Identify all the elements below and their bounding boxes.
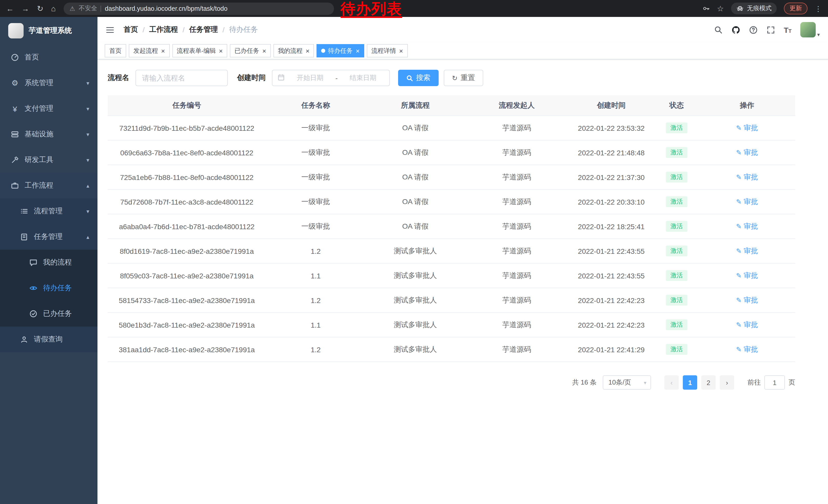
approve-link[interactable]: ✎审批 <box>736 197 758 207</box>
tab-label: 我的流程 <box>278 46 303 55</box>
create-time: 2022-01-21 22:41:29 <box>569 345 654 354</box>
start-date-placeholder: 开始日期 <box>289 73 331 83</box>
total-count: 共 16 条 <box>572 378 596 387</box>
breadcrumb-home[interactable]: 首页 <box>124 25 138 34</box>
prev-page-button[interactable]: ‹ <box>664 375 679 390</box>
page-button-2[interactable]: 2 <box>701 375 716 390</box>
task-id: 8f0d1619-7ac8-11ec-a9e2-a2380e71991a <box>108 247 266 255</box>
user-avatar[interactable]: ▾ <box>800 22 820 37</box>
task-id: 75d72608-7b7f-11ec-a3c8-acde48001122 <box>108 198 266 206</box>
breadcrumb-workflow[interactable]: 工作流程 <box>149 25 178 34</box>
forward-icon[interactable]: → <box>22 5 29 12</box>
caret-down-icon: ▾ <box>817 32 820 37</box>
help-icon[interactable] <box>749 26 757 34</box>
approve-link[interactable]: ✎审批 <box>736 345 758 354</box>
sidebar-item-label: 请假查询 <box>34 335 63 344</box>
action-cell: ✎审批 <box>699 123 795 133</box>
incognito-badge[interactable]: 无痕模式 <box>731 3 777 14</box>
key-icon[interactable] <box>702 5 710 12</box>
column-header-task-name: 任务名称 <box>266 101 366 110</box>
tab-close-icon[interactable]: × <box>262 47 266 54</box>
approve-link[interactable]: ✎审批 <box>736 148 758 157</box>
fullscreen-icon[interactable] <box>766 26 775 34</box>
page-size-select[interactable]: 10条/页 ▾ <box>603 375 651 390</box>
table-row: 8f059c03-7ac8-11ec-a9e2-a2380e71991a1.1测… <box>108 264 795 288</box>
approve-link[interactable]: ✎审批 <box>736 173 758 182</box>
tab-close-icon[interactable]: × <box>219 47 223 54</box>
github-icon[interactable] <box>731 26 740 34</box>
sidebar-item-process-mgmt[interactable]: 流程管理 ▾ <box>0 198 97 224</box>
process-name-input[interactable] <box>135 70 228 86</box>
sidebar-item-infra[interactable]: 基础设施 ▾ <box>0 122 97 147</box>
bookmark-star-icon[interactable]: ☆ <box>717 5 724 12</box>
tab-4[interactable]: 我的流程× <box>274 44 314 57</box>
sidebar-item-workflow[interactable]: 工作流程 ▴ <box>0 173 97 198</box>
approve-link[interactable]: ✎审批 <box>736 222 758 231</box>
goto-page-input[interactable] <box>764 375 785 390</box>
tab-close-icon[interactable]: × <box>399 47 403 54</box>
warning-icon: ⚠ <box>70 5 75 12</box>
sidebar-item-leave-query[interactable]: 请假查询 <box>0 327 97 352</box>
font-size-icon[interactable]: TT <box>784 26 792 34</box>
approve-link[interactable]: ✎审批 <box>736 295 758 305</box>
breadcrumb-separator: / <box>223 26 225 34</box>
approve-link[interactable]: ✎审批 <box>736 123 758 133</box>
reset-button[interactable]: ↻ 重置 <box>444 70 483 86</box>
person-icon <box>19 335 29 343</box>
sidebar-item-system[interactable]: ⚙ 系统管理 ▾ <box>0 70 97 96</box>
search-icon[interactable] <box>714 26 722 34</box>
sidebar-item-label: 我的流程 <box>43 258 72 267</box>
sidebar-item-home[interactable]: 首页 <box>0 45 97 70</box>
sidebar-item-task-mgmt[interactable]: 任务管理 ▴ <box>0 224 97 250</box>
column-header-create-time: 创建时间 <box>569 101 654 110</box>
tab-1[interactable]: 发起流程× <box>129 44 170 57</box>
update-label: 更新 <box>790 4 802 13</box>
screen: ← → ↻ ⌂ ⚠ 不安全 dashboard.yudao.iocoder.cn… <box>0 0 828 504</box>
list-icon <box>19 207 29 215</box>
chevron-up-icon: ▴ <box>86 182 89 189</box>
table-row: 381aa1dd-7ac8-11ec-a9e2-a2380e71991a1.2测… <box>108 337 795 362</box>
sidebar-item-todo-tasks[interactable]: 待办任务 <box>0 275 97 301</box>
page-size-value: 10条/页 <box>609 378 631 387</box>
task-id: 73211d9d-7b9b-11ec-b5b7-acde48001122 <box>108 124 266 132</box>
approve-link[interactable]: ✎审批 <box>736 320 758 329</box>
search-button[interactable]: 搜索 <box>398 70 439 86</box>
create-time: 2022-01-21 22:42:23 <box>569 296 654 304</box>
breadcrumb-task-mgmt[interactable]: 任务管理 <box>189 25 218 34</box>
tab-6[interactable]: 流程详情× <box>367 44 408 57</box>
tab-2[interactable]: 流程表单-编辑× <box>172 44 227 57</box>
date-range-picker[interactable]: 开始日期 - 结束日期 <box>272 70 390 86</box>
tab-close-icon[interactable]: × <box>356 47 360 54</box>
home-icon[interactable]: ⌂ <box>51 5 56 12</box>
tab-0[interactable]: 首页 <box>105 44 126 57</box>
sidebar-item-label: 已办任务 <box>43 309 72 318</box>
approve-link[interactable]: ✎审批 <box>736 271 758 280</box>
task-name: 一级审批 <box>266 173 366 182</box>
address-bar[interactable]: ⚠ 不安全 dashboard.yudao.iocoder.cn/bpm/tas… <box>64 2 334 15</box>
sidebar-item-done-tasks[interactable]: 已办任务 <box>0 301 97 327</box>
update-button[interactable]: 更新 <box>784 3 808 14</box>
sidebar-item-payment[interactable]: ¥ 支付管理 ▾ <box>0 96 97 122</box>
chevron-down-icon: ▾ <box>86 131 89 138</box>
reload-icon[interactable]: ↻ <box>37 5 43 12</box>
status-badge: 激活 <box>666 123 688 133</box>
process-name: 测试多审批人 <box>366 246 465 256</box>
browser-menu-icon[interactable]: ⋮ <box>815 4 822 12</box>
sidebar-toggle-icon[interactable] <box>106 26 114 34</box>
sidebar-item-my-process[interactable]: 我的流程 <box>0 250 97 275</box>
tab-3[interactable]: 已办任务× <box>230 44 271 57</box>
task-id: 069c6a63-7b8a-11ec-8ef0-acde48001122 <box>108 148 266 156</box>
approve-link[interactable]: ✎审批 <box>736 246 758 256</box>
tab-close-icon[interactable]: × <box>306 47 309 54</box>
logo[interactable]: 芋道管理系统 <box>0 17 97 45</box>
sidebar-item-devtools[interactable]: 研发工具 ▾ <box>0 147 97 173</box>
status-cell: 激活 <box>654 319 699 330</box>
task-table: 任务编号 任务名称 所属流程 流程发起人 创建时间 状态 操作 73211d9d… <box>108 95 795 362</box>
process-starter: 芋道源码 <box>465 222 569 231</box>
tab-close-icon[interactable]: × <box>161 47 165 54</box>
next-page-button[interactable]: › <box>720 375 734 390</box>
back-icon[interactable]: ← <box>6 5 14 12</box>
column-header-starter: 流程发起人 <box>465 101 569 110</box>
tab-5[interactable]: 待办任务× <box>317 44 364 57</box>
page-button-1[interactable]: 1 <box>683 375 697 390</box>
